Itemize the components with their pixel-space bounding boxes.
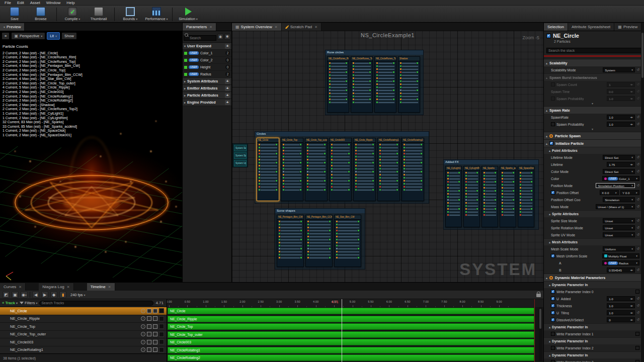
tab-preview[interactable]: ▾ Preview [0,23,25,31]
parameter-item-color_2[interactable]: USERColor_20 [183,57,231,64]
number-input[interactable]: 1.0◂▸ [607,303,635,308]
stack-header-scalability[interactable]: ▴Scalability [544,59,641,66]
checkbox[interactable] [551,122,555,126]
emitter-node[interactable]: NE_Circle_Top [281,138,303,201]
reset-icon[interactable]: ↺ [636,205,639,209]
stack-header-dynamic-material-parameters[interactable]: ▴Dynamic Material Parameters [544,274,641,281]
parameter-item-radius[interactable]: USERRadius2 [183,71,231,78]
checkbox[interactable]: ✓ [551,318,555,322]
section-engine-provided[interactable]: ▸Engine Provided+ [183,99,231,106]
number-input[interactable]: 1.0◂▸ [607,115,635,120]
camera-icon[interactable] [153,347,157,352]
reset-icon[interactable]: ↺ [636,318,639,322]
dropdown[interactable]: Unset▾ [603,225,635,230]
parameter-item-height[interactable]: USERHeight0 [183,64,231,71]
emitter-duration-bar[interactable]: NE_Circle003 [168,339,534,345]
stack-header-spawn-rate[interactable]: ▴Spawn Rate [544,106,641,114]
reset-icon[interactable]: ↺ [636,268,639,272]
emitter-node[interactable]: NE_Pentagon_Btm_CW [277,215,304,267]
tab-scratch-pad[interactable]: Scratch Pad✕ [282,23,321,31]
stack-header-spawn-burst-instantaneous[interactable]: ▴Spawn Burst Instantaneous [544,73,641,81]
emitter-node[interactable]: NE_CylLight1 [445,166,462,227]
checkbox[interactable] [551,360,555,362]
stack-subheader-dynamic-parameter-in[interactable]: ▴Dynamic Parameter In [544,337,641,344]
camera-icon[interactable] [153,332,157,336]
track-toggle[interactable] [159,308,164,313]
linked-parameter-dropdown[interactable]: USERRadius▾ [602,260,639,265]
add-parameter-button[interactable]: + [225,100,230,105]
close-icon[interactable]: ✕ [108,285,111,289]
stack-header-particle-spawn[interactable]: ▴Particle Spawn [544,132,641,139]
info-icon[interactable]: i [141,347,145,352]
lock-icon[interactable] [147,347,151,352]
info-icon[interactable]: i [141,332,145,336]
emitter-node[interactable]: NE_CylLightRim [463,166,480,227]
number-input[interactable]: 1.75◂▸ [607,162,635,167]
close-icon[interactable]: ✕ [275,25,278,29]
emitter-node[interactable]: NE_Star_Btm_CW [334,215,361,267]
checkbox[interactable]: ✓ [551,304,555,308]
reset-icon[interactable]: ↺ [636,162,639,166]
stack-subheader-mesh-attributes[interactable]: ▴Mesh Attributes [544,238,641,245]
tab-preview[interactable]: ▦Preview [614,23,641,31]
stack-subheader-point-attributes[interactable]: ▴Point Attributes [544,147,641,154]
checkbox[interactable]: ✓ [551,297,555,301]
menu-item-file[interactable]: File [2,1,14,5]
track-toggle[interactable] [159,316,164,321]
dropdown[interactable]: Uniform▾ [603,246,635,251]
info-icon[interactable]: i [141,340,145,344]
tab-curves[interactable]: Curves✕ [0,283,26,291]
menu-item-edit[interactable]: Edit [14,1,27,5]
track-toggle[interactable] [159,347,164,352]
checkbox[interactable]: ✓ [549,141,553,145]
number-input[interactable]: 0.0◂▸ [607,89,635,94]
thumbnail-button[interactable]: Thumbnail [87,7,110,21]
emitter-node[interactable]: NE_CircleRunes_Rim [327,56,349,113]
y-value-input[interactable]: Y 0.0▸ [620,190,639,195]
performance-button[interactable]: Performance▾ [145,7,168,21]
track-toggle[interactable] [159,324,164,329]
number-input[interactable]: 1.0◂▸ [607,122,635,127]
info-icon[interactable]: i [141,324,145,329]
expand-chevron-icon[interactable]: ▾ [544,102,641,106]
track-row-ne_circle_top_outer[interactable]: NE_Circle_Top_outeri [0,331,167,339]
emitter-group-some-shapes[interactable]: Some shapesNE_Pentagon_Btm_CWNE_Pentagon… [275,208,365,269]
dropdown[interactable]: Direct Set▾ [603,169,635,174]
emitter-node[interactable]: NE_Sparks_accend [500,166,516,227]
reset-icon[interactable]: ↺ [636,115,639,119]
number-input[interactable]: 1◂▸ [607,82,635,87]
fps-selector[interactable]: 240 fps ▾ [70,293,86,297]
camera-icon[interactable]: ▣ [12,291,19,298]
emitter-node[interactable]: NE_Circle [257,138,279,201]
reset-icon[interactable]: ↺ [636,155,639,159]
reset-icon[interactable]: ↺ [636,89,639,94]
close-icon[interactable]: ✕ [19,285,22,289]
tab-attribute-spreadsheet[interactable]: Attribute Spreadsheet [568,23,614,31]
lit-mode-button[interactable]: Lit ▾ [47,32,60,40]
reset-icon[interactable]: ↺ [636,226,639,230]
lock-icon[interactable] [147,340,151,344]
camera-icon[interactable] [153,340,157,344]
reset-icon[interactable]: ↺ [636,233,639,237]
preview-viewport[interactable]: ≡ ▣ Perspective ▾ Lit ▾ Show Particle Co… [0,31,182,282]
reset-icon[interactable]: ↺ [636,122,639,126]
tab-selection[interactable]: Selection [544,23,568,31]
save-button[interactable]: Save [3,7,26,21]
parameter-item-color_1[interactable]: USERColor_12 [183,50,231,57]
expand-chevron-icon[interactable]: ▾ [544,128,641,132]
dropdown[interactable]: Simulation▾ [603,197,635,202]
dropdown[interactable]: System▾ [603,67,635,72]
emitter-duration-bar[interactable]: NE_CircleRotating1 [168,347,534,353]
track-row-ne_circle[interactable]: NE_Circlei [0,307,167,315]
viewport-options-button[interactable]: ≡ [2,32,10,40]
info-icon[interactable]: i [141,309,145,313]
dropdown[interactable]: Unset▾ [603,218,635,223]
dropdown[interactable]: Simulation Position▾ [596,183,635,188]
system-overview-canvas[interactable]: NS_CircleExample1 Zoom -5 SYSTEM Rune ci… [232,31,543,282]
number-input[interactable]: 0◂▸ [607,317,635,322]
emitter-node[interactable]: NE_CircleRotating1 [377,138,400,201]
close-icon[interactable]: ✕ [67,285,70,289]
section-user-exposed[interactable]: ▾User Exposed+ [183,43,231,50]
marker-icon[interactable]: ▮ [59,291,66,298]
show-button[interactable]: Show [61,32,77,40]
